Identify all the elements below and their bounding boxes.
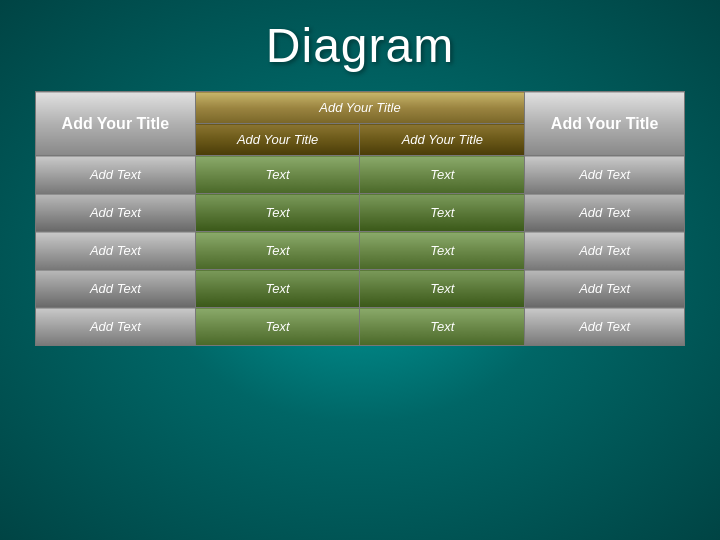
cell-left[interactable]: Add Text: [36, 308, 196, 346]
cell-mid-left[interactable]: Text: [195, 194, 360, 232]
header-mid-left[interactable]: Add Your Title: [195, 124, 360, 156]
header-row-1: Add Your Title Add Your Title Add Your T…: [36, 92, 685, 124]
table-row: Add Text Text Text Add Text: [36, 156, 685, 194]
table-row: Add Text Text Text Add Text: [36, 308, 685, 346]
cell-mid-left[interactable]: Text: [195, 156, 360, 194]
cell-left[interactable]: Add Text: [36, 232, 196, 270]
diagram-table: Add Your Title Add Your Title Add Your T…: [35, 91, 685, 346]
table-row: Add Text Text Text Add Text: [36, 270, 685, 308]
cell-mid-right[interactable]: Text: [360, 232, 525, 270]
cell-right[interactable]: Add Text: [525, 308, 685, 346]
cell-left[interactable]: Add Text: [36, 270, 196, 308]
cell-right[interactable]: Add Text: [525, 270, 685, 308]
header-right[interactable]: Add Your Title: [525, 92, 685, 156]
cell-mid-left[interactable]: Text: [195, 308, 360, 346]
cell-right[interactable]: Add Text: [525, 156, 685, 194]
header-mid-top[interactable]: Add Your Title: [195, 92, 524, 124]
cell-mid-right[interactable]: Text: [360, 270, 525, 308]
cell-left[interactable]: Add Text: [36, 194, 196, 232]
cell-right[interactable]: Add Text: [525, 232, 685, 270]
cell-mid-left[interactable]: Text: [195, 270, 360, 308]
cell-mid-left[interactable]: Text: [195, 232, 360, 270]
table-row: Add Text Text Text Add Text: [36, 194, 685, 232]
header-left[interactable]: Add Your Title: [36, 92, 196, 156]
table-row: Add Text Text Text Add Text: [36, 232, 685, 270]
cell-mid-right[interactable]: Text: [360, 156, 525, 194]
cell-left[interactable]: Add Text: [36, 156, 196, 194]
cell-mid-right[interactable]: Text: [360, 308, 525, 346]
cell-mid-right[interactable]: Text: [360, 194, 525, 232]
diagram-table-wrapper: Add Your Title Add Your Title Add Your T…: [35, 91, 685, 346]
header-mid-right[interactable]: Add Your Title: [360, 124, 525, 156]
cell-right[interactable]: Add Text: [525, 194, 685, 232]
page-title: Diagram: [266, 18, 454, 73]
